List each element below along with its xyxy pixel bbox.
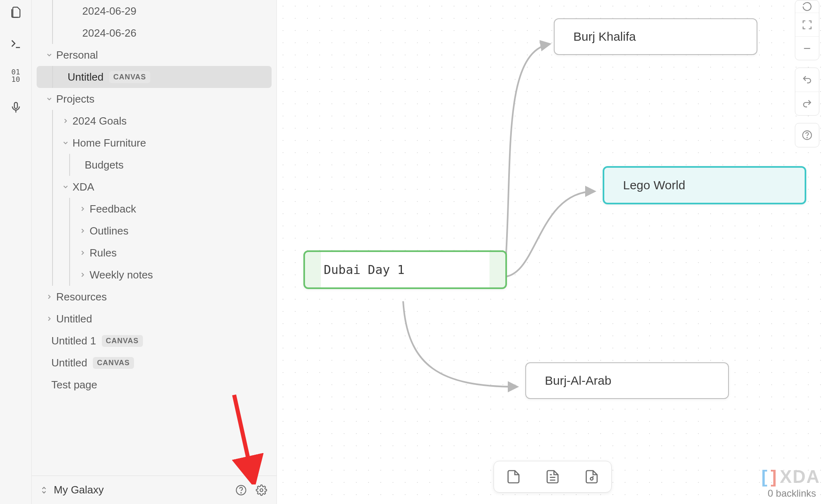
canvas-node-burj-khalifa[interactable]: Burj Khalifa	[554, 18, 757, 55]
tree-item[interactable]: 2024-06-29	[37, 0, 272, 22]
tree-item-label: Untitled	[68, 71, 103, 83]
chevron-down-icon[interactable]	[61, 138, 70, 147]
tree-item-label: Projects	[56, 93, 94, 105]
tree-item-label: Rules	[90, 247, 116, 259]
chevron-right-icon[interactable]	[78, 226, 87, 235]
tree-item[interactable]: XDA	[37, 176, 272, 198]
chevron-right-icon[interactable]	[78, 270, 87, 279]
chevron-none-icon	[61, 72, 65, 81]
tree-item-label: 2024-06-26	[82, 27, 136, 39]
node-label: Lego World	[623, 178, 685, 192]
vault-name[interactable]: My Galaxy	[54, 484, 228, 496]
terminal-icon[interactable]	[6, 34, 26, 54]
chevron-down-icon[interactable]	[45, 94, 54, 103]
node-label: Burj Khalifa	[573, 30, 636, 43]
tree-item[interactable]: Feedback	[37, 198, 272, 220]
chevron-down-icon[interactable]	[61, 182, 70, 191]
tree-item[interactable]: Projects	[37, 88, 272, 110]
file-tree: 2024-06-292024-06-26PersonalUntitledCANV…	[32, 0, 276, 476]
tree-item-label: Resources	[56, 291, 107, 303]
tree-item[interactable]: 2024 Goals	[37, 110, 272, 132]
svg-rect-1	[14, 103, 18, 109]
tree-item[interactable]: Home Furniture	[37, 132, 272, 154]
chevron-right-icon[interactable]	[61, 116, 70, 125]
zoom-out-icon[interactable]	[795, 36, 819, 60]
svg-point-4	[241, 492, 241, 493]
chevron-none-icon	[78, 160, 82, 169]
chevron-right-icon[interactable]	[45, 292, 54, 301]
tree-item[interactable]: UntitledCANVAS	[37, 352, 272, 374]
tree-item-label: Feedback	[90, 203, 136, 215]
node-label: Burj-Al-Arab	[545, 374, 611, 387]
backlinks-count[interactable]: 0 backlinks	[768, 488, 816, 499]
new-text-icon[interactable]	[533, 461, 572, 492]
chevron-right-icon[interactable]	[78, 204, 87, 213]
chevron-none-icon	[45, 358, 49, 367]
canvas-node-root[interactable]: Dubai Day 1	[303, 250, 507, 289]
canvas-node-burj-al-arab[interactable]: Burj-Al-Arab	[525, 362, 729, 399]
tree-item[interactable]: Outlines	[37, 220, 272, 242]
tree-item[interactable]: 2024-06-26	[37, 22, 272, 44]
sidebar: 2024-06-292024-06-26PersonalUntitledCANV…	[32, 0, 277, 504]
tree-item[interactable]: Untitled	[37, 308, 272, 330]
chevron-none-icon	[45, 380, 49, 389]
node-label: Dubai Day 1	[324, 263, 405, 277]
tree-item-label: XDA	[72, 181, 94, 193]
tree-item-label: Untitled	[51, 357, 87, 369]
canvas-badge: CANVAS	[93, 357, 134, 369]
xda-watermark: []XDA	[761, 467, 820, 487]
mic-icon[interactable]	[6, 98, 26, 117]
canvas-badge: CANVAS	[102, 335, 143, 347]
tree-item-label: Weekly notes	[90, 269, 153, 281]
tree-item[interactable]: Rules	[37, 242, 272, 264]
tree-item-label: 2024-06-29	[82, 5, 136, 18]
help-icon[interactable]	[233, 482, 249, 498]
tree-item[interactable]: Personal	[37, 44, 272, 66]
chevron-down-icon[interactable]	[45, 50, 54, 59]
chevron-none-icon	[76, 7, 80, 15]
tree-item[interactable]: Resources	[37, 286, 272, 308]
canvas-area[interactable]: Dubai Day 1 Burj Khalifa Lego World Burj…	[277, 0, 825, 504]
redo-icon[interactable]	[795, 92, 819, 115]
chevron-right-icon[interactable]	[45, 314, 54, 323]
tree-item-label: Outlines	[90, 225, 128, 237]
svg-point-8	[807, 137, 807, 138]
tree-item-label: 2024 Goals	[72, 115, 127, 127]
tree-item-label: Untitled	[56, 313, 92, 325]
new-media-icon[interactable]	[572, 461, 611, 492]
undo-icon[interactable]	[795, 68, 819, 92]
tree-item[interactable]: Weekly notes	[37, 264, 272, 286]
icon-rail: 0110	[0, 0, 32, 504]
tree-item-label: Budgets	[85, 159, 123, 171]
canvas-badge: CANVAS	[109, 71, 150, 83]
tree-item-label: Untitled 1	[51, 335, 96, 347]
svg-point-12	[590, 478, 593, 480]
chevron-right-icon[interactable]	[78, 248, 87, 257]
vault-switcher-icon[interactable]	[39, 485, 49, 495]
canvas-controls	[795, 0, 819, 147]
canvas-node-lego-world[interactable]: Lego World	[603, 166, 806, 204]
canvas-help-icon[interactable]	[795, 123, 819, 147]
tree-item-label: Test page	[51, 379, 97, 391]
tree-item-label: Home Furniture	[72, 137, 146, 149]
canvas-toolbar	[494, 461, 612, 493]
tree-item[interactable]: UntitledCANVAS	[37, 66, 272, 88]
new-note-icon[interactable]	[494, 461, 533, 492]
chevron-none-icon	[45, 336, 49, 345]
svg-point-5	[260, 489, 263, 491]
files-icon[interactable]	[6, 2, 26, 22]
tree-item[interactable]: Test page	[37, 374, 272, 396]
tree-item[interactable]: Untitled 1CANVAS	[37, 330, 272, 352]
tree-item[interactable]: Budgets	[37, 154, 272, 176]
tree-item-label: Personal	[56, 49, 98, 61]
fullscreen-icon[interactable]	[795, 13, 819, 36]
zoom-reset-icon[interactable]	[795, 0, 819, 13]
chevron-none-icon	[76, 28, 80, 37]
binary-icon[interactable]: 0110	[6, 66, 26, 85]
sidebar-footer: My Galaxy	[32, 476, 276, 504]
settings-icon[interactable]	[254, 482, 269, 498]
